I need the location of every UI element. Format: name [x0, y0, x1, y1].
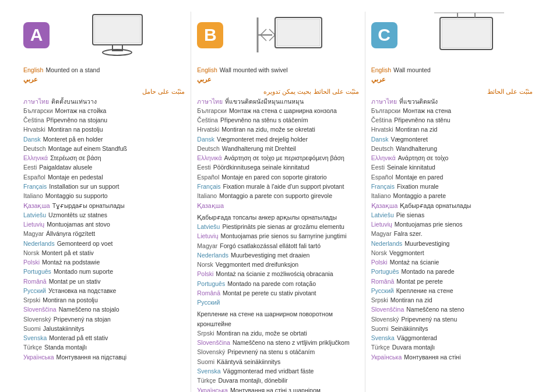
- lang-text: Vægmonteret: [390, 135, 428, 144]
- lang-text: Fixation murale: [397, 182, 439, 191]
- monitor-illustration-b: [232, 12, 358, 58]
- list-item: DeutschWandhalterung: [371, 144, 533, 153]
- lang-label: Norsk: [23, 248, 39, 257]
- list-item: БългарскиМонтаж на стена с шарнирна конз…: [197, 106, 358, 115]
- lang-label: Suomi: [197, 357, 214, 366]
- list-item: NederlandsMuurbevestiging: [371, 239, 533, 248]
- lang-text: Montiran na zid: [396, 125, 438, 134]
- lang-label: Svenska: [371, 333, 395, 342]
- lang-label: Ελληνικά: [197, 153, 221, 163]
- lang-text: Montuojamas prie sienos su šarnyrine jun…: [221, 231, 347, 241]
- list-item: PolskiMontaż na ścianie z możliwością ob…: [197, 269, 358, 278]
- lang-text: Jalustakiinnitys: [43, 324, 85, 333]
- list-item: PolskiMontaż na ścianie: [371, 257, 533, 267]
- lang-label: Slovenský: [371, 315, 399, 324]
- lang-text: Pöördkinnitusega seinale kinnitatud: [213, 163, 309, 172]
- column-header-b: B: [197, 12, 358, 58]
- lang-text: Vægmonteret med drejelig holder: [217, 135, 308, 144]
- lang-text: Montaggio su supporto: [45, 191, 108, 200]
- lang-label: Srpski: [197, 329, 214, 338]
- list-item: БългарскиМонтаж на стойка: [23, 106, 185, 115]
- column-a: A EnglishMounted on a standعربيمثبّت على…: [17, 12, 191, 392]
- list-item: DanskMonteret på en holder: [23, 135, 185, 144]
- lang-label: Italiano: [371, 191, 391, 200]
- list-item: SuomiKääntyvä seinäkiinnitys: [197, 357, 358, 366]
- lang-text: Монтування на підставці: [57, 352, 127, 362]
- lang-label: Magyar: [371, 229, 392, 238]
- list-item: NorskMontert på et stativ: [23, 248, 185, 257]
- lang-label: Polski: [23, 257, 40, 267]
- lang-label: Latviešu: [23, 210, 46, 220]
- lang-text: Veggmontert: [389, 248, 424, 257]
- lang-text: Крепление на стене на шарнирном поворотн…: [197, 309, 358, 329]
- lang-text: Wall mounted: [393, 65, 431, 75]
- lang-label: Srpski: [371, 295, 388, 305]
- list-item: MagyarÁllványra rögzített: [23, 229, 185, 238]
- lang-text: Montaż na ścianie z możliwością obracani…: [216, 269, 333, 278]
- list-item: SuomiJalustakiinnitys: [23, 324, 185, 333]
- list-item: EestiSeinale kinnitatud: [371, 163, 533, 172]
- lang-text: Duvara montajlı, dönebilir: [218, 376, 287, 385]
- lang-text: Montado na parede: [402, 267, 455, 276]
- lang-text: Väggmonterad: [397, 333, 437, 342]
- lang-text: Қабырғада орнатылады: [400, 201, 471, 210]
- lang-label: Polski: [197, 269, 213, 278]
- list-item: ภาษาไทยที่แขวนติดผนังมีหมุนแกนหมุน: [197, 97, 358, 106]
- lang-text: Montat pe perete: [396, 277, 442, 286]
- list-item: РусскийУстановка на подставке: [23, 286, 185, 295]
- list-item: DeutschMontage auf einem Standfuß: [23, 144, 185, 153]
- lang-label: Română: [371, 277, 395, 286]
- list-item: NederlandsGemonteerd op voet: [23, 239, 185, 248]
- list-item: HrvatskiMontiran na zidu, može se okreta…: [197, 125, 358, 134]
- lang-text: Nameščeno na stojalo: [59, 305, 119, 314]
- lang-text: Монтування на стіні з шарніром: [230, 386, 321, 392]
- lang-text: Montado na parede com rotação: [227, 279, 316, 288]
- list-item: LatviešuPiestiprināts pie sienas ar groz…: [197, 222, 358, 231]
- lang-label: Français: [371, 182, 395, 191]
- lang-label: Slovenščina: [23, 305, 57, 314]
- lang-text: Montaż na podstawie: [42, 257, 100, 267]
- list-item: SvenskaVäggmonterad med vridbart fäste: [197, 366, 358, 376]
- lang-text: Montiran na postolju: [43, 295, 98, 305]
- list-item: RomânăMontat pe un stativ: [23, 277, 185, 286]
- lang-label: Čeština: [23, 115, 44, 125]
- lang-label: Lietuvių: [23, 220, 44, 229]
- lang-text: Montiran na zidu, može se obrtati: [217, 329, 307, 338]
- lang-label: Français: [23, 182, 47, 191]
- lang-label: Қазақша: [23, 201, 50, 210]
- list-item: SlovenskýPripevnený na stenu: [371, 315, 533, 324]
- list-item: HrvatskiMontiran na zid: [371, 125, 533, 134]
- list-item: ภาษาไทยติดตั้งบนแท่นวาง: [23, 97, 185, 106]
- lang-label: Eesti: [371, 163, 385, 172]
- lang-label: Norsk: [197, 260, 213, 269]
- lang-text: Veggmontert med dreifunksjon: [216, 260, 298, 269]
- lang-text: Kääntyvä seinäkiinnitys: [217, 357, 280, 366]
- list-item: ČeštinaPřipevněno na stěnu: [371, 115, 533, 125]
- column-b: B EnglishWall mounted with swivelعربيمثب…: [191, 12, 365, 392]
- lang-text: Nameščeno na steno z vrtljivim priključk…: [233, 338, 350, 347]
- list-item: SlovenščinaNameščeno na stojalo: [23, 305, 185, 314]
- lang-label: Español: [197, 172, 219, 182]
- lang-label: Srpski: [23, 295, 40, 305]
- list-item: ΕλληνικάΣτερέωση σε βάση: [23, 153, 185, 163]
- lang-label: Svenska: [197, 366, 220, 376]
- lang-text: Қабырғада топсалы анкер арқылы орнатылад…: [197, 213, 337, 222]
- lang-text: Forgó csatlakozással ellátott fali tartó: [220, 241, 321, 250]
- lang-text: Gemonteerd op voet: [57, 239, 113, 248]
- lang-label: Українська: [23, 352, 54, 362]
- lang-text: Muurbevestiging: [404, 239, 449, 248]
- list-item: عربيمثبّت على الحائط: [371, 75, 533, 96]
- lang-label: ภาษาไทย: [23, 97, 49, 106]
- list-item: PortuguêsMontado num suporte: [23, 267, 185, 276]
- lang-label: Svenska: [23, 333, 47, 342]
- lang-text: Připevněno na stěnu s otáčením: [220, 115, 308, 125]
- lang-text: Seinale kinnitatud: [387, 163, 435, 172]
- lang-text: Montaggio a parete: [393, 191, 446, 200]
- lang-label: Slovenský: [23, 315, 51, 324]
- list-item: EspañolMontaje en pared con soporte gira…: [197, 172, 358, 182]
- lang-text: Montage auf einem Standfuß: [48, 144, 127, 153]
- list-item: LietuviųMontuojamas prie sienos: [371, 220, 533, 229]
- list-item: SrpskiMontiran na zidu, može se obrtati: [197, 329, 358, 338]
- list-item: ภาษาไทยที่แขวนติดผนัง: [371, 97, 533, 106]
- list-item: БългарскиМонтаж на стена: [371, 106, 533, 115]
